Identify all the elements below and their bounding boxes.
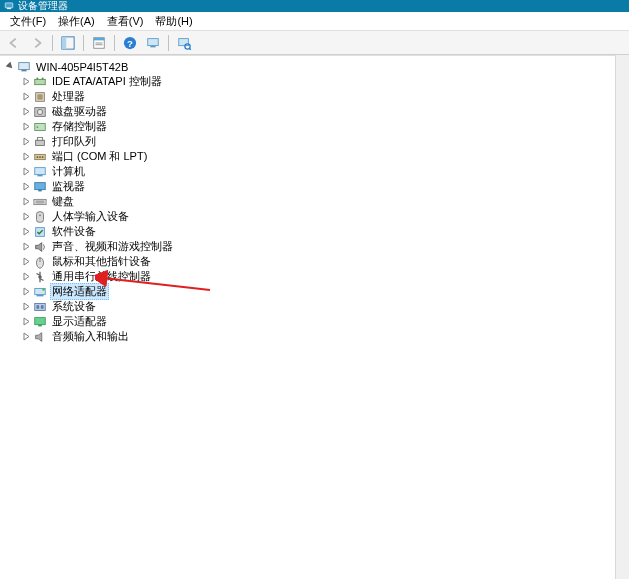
tree-item-label[interactable]: 端口 (COM 和 LPT)	[50, 149, 149, 164]
system-icon	[33, 300, 47, 314]
tree-item-label[interactable]: 显示适配器	[50, 314, 109, 329]
svg-rect-16	[21, 69, 26, 71]
expand-icon[interactable]	[20, 121, 32, 133]
tree-item-label[interactable]: 软件设备	[50, 224, 98, 239]
tree-item-disk[interactable]: 磁盘驱动器	[20, 104, 625, 119]
tree-item-label[interactable]: 计算机	[50, 164, 87, 179]
tree-item-label[interactable]: 处理器	[50, 89, 87, 104]
svg-point-40	[39, 214, 41, 216]
toolbar: ?	[0, 31, 629, 55]
tree-item-label[interactable]: 网络适配器	[50, 283, 109, 300]
svg-rect-11	[150, 45, 155, 47]
svg-rect-0	[5, 3, 13, 8]
svg-rect-24	[35, 123, 46, 130]
expand-icon[interactable]	[20, 136, 32, 148]
svg-rect-52	[37, 305, 40, 309]
forward-button[interactable]	[26, 33, 48, 53]
svg-rect-15	[19, 62, 30, 69]
scrollbar-track[interactable]	[615, 55, 629, 579]
tree-item-hid[interactable]: 人体学输入设备	[20, 209, 625, 224]
tree-item-label[interactable]: 存储控制器	[50, 119, 109, 134]
expand-icon[interactable]	[20, 301, 32, 313]
svg-point-31	[42, 156, 44, 158]
expand-icon[interactable]	[20, 76, 32, 88]
tree-item-label[interactable]: 监视器	[50, 179, 87, 194]
printer-icon	[33, 135, 47, 149]
tree-item-monitor[interactable]: 监视器	[20, 179, 625, 194]
window-title: 设备管理器	[18, 0, 68, 12]
tree-item-computer[interactable]: 计算机	[20, 164, 625, 179]
tree-item-keyboard[interactable]: 键盘	[20, 194, 625, 209]
disk-icon	[33, 105, 47, 119]
tree-item-ports[interactable]: 端口 (COM 和 LPT)	[20, 149, 625, 164]
tree-item-audioio[interactable]: 音频输入和输出	[20, 329, 625, 344]
tree-item-usb[interactable]: 通用串行总线控制器	[20, 269, 625, 284]
svg-rect-39	[37, 211, 44, 222]
tree-item-label[interactable]: 打印队列	[50, 134, 98, 149]
expand-icon[interactable]	[20, 166, 32, 178]
expand-icon[interactable]	[20, 106, 32, 118]
back-button[interactable]	[3, 33, 25, 53]
menu-action[interactable]: 操作(A)	[52, 14, 101, 29]
tree-item-network[interactable]: 网络适配器	[20, 284, 625, 299]
expand-icon[interactable]	[20, 256, 32, 268]
tree-item-mouse[interactable]: 鼠标和其他指针设备	[20, 254, 625, 269]
menu-bar: 文件(F) 操作(A) 查看(V) 帮助(H)	[0, 12, 629, 31]
menu-help[interactable]: 帮助(H)	[149, 14, 198, 29]
tree-root-node[interactable]: WIN-405P4I5T42B	[4, 59, 625, 74]
tree-item-label[interactable]: IDE ATA/ATAPI 控制器	[50, 74, 164, 89]
expand-icon[interactable]	[20, 286, 32, 298]
tree-item-audio[interactable]: 声音、视频和游戏控制器	[20, 239, 625, 254]
tree-item-label[interactable]: 鼠标和其他指针设备	[50, 254, 153, 269]
tree-item-label[interactable]: 系统设备	[50, 299, 98, 314]
expand-icon[interactable]	[20, 226, 32, 238]
toolbar-separator	[83, 35, 84, 51]
refresh-button[interactable]	[142, 33, 164, 53]
tree-item-label[interactable]: 磁盘驱动器	[50, 104, 109, 119]
expand-icon[interactable]	[20, 271, 32, 283]
keyboard-icon	[33, 195, 47, 209]
expand-icon[interactable]	[20, 211, 32, 223]
toolbar-separator	[114, 35, 115, 51]
app-icon	[4, 1, 14, 11]
show-hide-tree-button[interactable]	[57, 33, 79, 53]
expand-icon[interactable]	[20, 316, 32, 328]
expand-icon[interactable]	[20, 196, 32, 208]
expand-icon[interactable]	[20, 241, 32, 253]
help-button[interactable]: ?	[119, 33, 141, 53]
toolbar-separator	[168, 35, 169, 51]
tree-item-label[interactable]: 通用串行总线控制器	[50, 269, 153, 284]
tree-item-display[interactable]: 显示适配器	[20, 314, 625, 329]
svg-rect-49	[37, 294, 44, 296]
tree-item-label[interactable]: 键盘	[50, 194, 76, 209]
menu-view[interactable]: 查看(V)	[101, 14, 150, 29]
properties-button[interactable]	[88, 33, 110, 53]
title-bar: 设备管理器	[0, 0, 629, 12]
tree-item-softdev[interactable]: 软件设备	[20, 224, 625, 239]
tree-item-cpu[interactable]: 处理器	[20, 89, 625, 104]
svg-rect-53	[41, 305, 44, 309]
svg-rect-34	[35, 182, 46, 189]
tree-item-label[interactable]: 声音、视频和游戏控制器	[50, 239, 175, 254]
tree-item-ide[interactable]: IDE ATA/ATAPI 控制器	[20, 74, 625, 89]
scan-hardware-button[interactable]	[173, 33, 195, 53]
tree-item-system[interactable]: 系统设备	[20, 299, 625, 314]
menu-file[interactable]: 文件(F)	[4, 14, 52, 29]
tree-icon	[61, 36, 75, 50]
tree-item-label[interactable]: 音频输入和输出	[50, 329, 131, 344]
expand-icon[interactable]	[20, 181, 32, 193]
device-tree[interactable]: WIN-405P4I5T42B IDE ATA/ATAPI 控制器处理器磁盘驱动…	[0, 55, 629, 579]
software-icon	[33, 225, 47, 239]
tree-item-storage[interactable]: 存储控制器	[20, 119, 625, 134]
back-icon	[7, 36, 21, 50]
refresh-icon	[146, 36, 160, 50]
svg-point-50	[42, 288, 45, 291]
expand-icon[interactable]	[20, 331, 32, 343]
audioio-icon	[33, 330, 47, 344]
tree-item-printq[interactable]: 打印队列	[20, 134, 625, 149]
root-label[interactable]: WIN-405P4I5T42B	[34, 61, 130, 73]
expand-icon[interactable]	[20, 91, 32, 103]
collapse-icon[interactable]	[4, 61, 16, 73]
tree-item-label[interactable]: 人体学输入设备	[50, 209, 131, 224]
expand-icon[interactable]	[20, 151, 32, 163]
